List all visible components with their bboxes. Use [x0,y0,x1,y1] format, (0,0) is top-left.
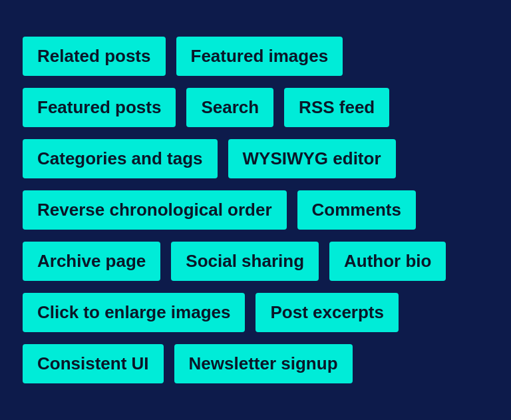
tag-featured-images[interactable]: Featured images [176,37,343,76]
tag-post-excerpts[interactable]: Post excerpts [256,293,399,332]
tag-search[interactable]: Search [186,88,273,127]
tag-related-posts[interactable]: Related posts [23,37,166,76]
tag-comments[interactable]: Comments [297,190,416,230]
tag-categories-and-tags[interactable]: Categories and tags [23,139,218,178]
tags-row-row-2: Featured postsSearchRSS feed [23,88,488,127]
tags-row-row-6: Click to enlarge imagesPost excerpts [23,293,488,332]
tags-row-row-5: Archive pageSocial sharingAuthor bio [23,242,488,281]
tags-container: Related postsFeatured imagesFeatured pos… [0,17,511,403]
tag-featured-posts[interactable]: Featured posts [23,88,176,127]
tag-archive-page[interactable]: Archive page [23,242,160,281]
tag-author-bio[interactable]: Author bio [329,242,446,281]
tag-click-to-enlarge-images[interactable]: Click to enlarge images [23,293,245,332]
tags-row-row-1: Related postsFeatured images [23,37,488,76]
tag-consistent-ui[interactable]: Consistent UI [23,344,164,383]
tag-rss-feed[interactable]: RSS feed [284,88,389,127]
tags-row-row-7: Consistent UINewsletter signup [23,344,488,383]
tags-row-row-3: Categories and tagsWYSIWYG editor [23,139,488,178]
tag-wysiwyg-editor[interactable]: WYSIWYG editor [228,139,396,178]
tag-social-sharing[interactable]: Social sharing [171,242,319,281]
tag-reverse-chronological-order[interactable]: Reverse chronological order [23,190,287,230]
tags-row-row-4: Reverse chronological orderComments [23,190,488,230]
tag-newsletter-signup[interactable]: Newsletter signup [174,344,353,383]
